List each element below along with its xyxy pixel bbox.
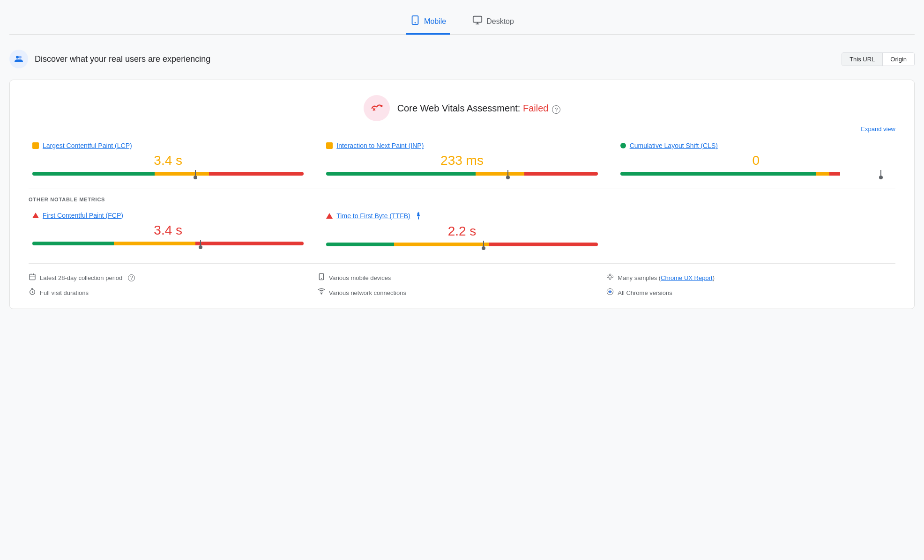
main-card: Core Web Vitals Assessment: Failed ? Exp… [9,80,915,309]
avatar-icon [9,50,28,68]
lcp-indicator [32,142,39,149]
cls-marker [880,170,881,177]
ttfb-bar [326,243,597,246]
svg-point-6 [19,56,22,59]
footer-collection-period: Latest 28-day collection period ? [29,273,318,282]
header-row: Discover what your real users are experi… [9,46,915,72]
svg-point-25 [609,290,611,293]
timer-icon [29,288,36,297]
lcp-label[interactable]: Largest Contentful Paint (LCP) [43,142,132,149]
svg-point-19 [607,276,609,278]
this-url-button[interactable]: This URL [842,53,883,66]
svg-point-22 [609,278,611,280]
fcp-label[interactable]: First Contentful Paint (FCP) [43,212,123,219]
tab-desktop[interactable]: Desktop [469,9,518,35]
expand-link[interactable]: Expand view [861,125,895,133]
footer-grid: Latest 28-day collection period ? Variou… [29,263,895,297]
svg-point-7 [380,105,383,107]
footer-chrome-text: All Chrome versions [618,289,672,296]
tab-mobile[interactable]: Mobile [406,9,450,35]
section-divider [29,189,895,189]
svg-rect-13 [30,274,35,280]
desktop-icon [472,15,483,28]
inp-bar [326,172,597,176]
footer-chrome: All Chrome versions [606,288,895,297]
chrome-icon [606,288,614,297]
fcp-bar [32,242,304,245]
core-metrics-grid: Largest Contentful Paint (LCP) 3.4 s Int… [29,142,895,177]
svg-point-20 [609,274,611,276]
footer-visit-text: Full visit durations [40,289,89,296]
footer-samples-text: Many samples (Chrome UX Report) [618,274,715,281]
assessment-header: Core Web Vitals Assessment: Failed ? [29,95,895,121]
footer-mobile-text: Various mobile devices [329,274,391,281]
metric-fcp: First Contentful Paint (FCP) 3.4 s [29,212,307,248]
svg-point-21 [611,276,613,278]
fcp-marker [200,240,201,247]
assessment-status: Failed [523,103,548,113]
footer-full-visit: Full visit durations [29,288,318,297]
metric-ttfb: Time to First Byte (TTFB) 2.2 s [322,212,601,248]
svg-point-5 [16,56,19,59]
inp-label[interactable]: Interaction to Next Paint (INP) [336,142,424,149]
header-title: Discover what your real users are experi… [35,54,210,64]
assessment-title-prefix: Core Web Vitals Assessment: [397,103,523,113]
cls-value: 0 [620,153,892,168]
inp-indicator [326,142,333,149]
svg-point-24 [321,293,322,294]
mobile-icon [410,15,420,28]
metric-inp: Interaction to Next Paint (INP) 233 ms [322,142,601,177]
cls-label-row: Cumulative Layout Shift (CLS) [620,142,892,149]
metric-lcp: Largest Contentful Paint (LCP) 3.4 s [29,142,307,177]
ttfb-info-icon[interactable] [414,212,423,220]
collection-help-icon[interactable]: ? [128,274,135,281]
svg-rect-2 [473,16,482,22]
footer-samples: Many samples (Chrome UX Report) [606,273,895,282]
lcp-marker [195,170,196,177]
fcp-value: 3.4 s [32,223,304,238]
metric-cls: Cumulative Layout Shift (CLS) 0 [617,142,895,177]
samples-icon [606,273,614,282]
fcp-label-row: First Contentful Paint (FCP) [32,212,304,219]
network-icon [318,288,325,297]
ttfb-marker [483,241,484,248]
inp-value: 233 ms [326,153,597,168]
other-metrics-grid: First Contentful Paint (FCP) 3.4 s Time … [29,212,895,248]
tab-bar: Mobile Desktop [9,9,915,35]
cls-bar [620,172,892,176]
url-toggle: This URL Origin [842,52,915,66]
assessment-help-icon[interactable]: ? [552,105,560,114]
expand-row: Expand view [29,125,895,133]
lcp-bar [32,172,304,176]
inp-marker [507,170,508,177]
other-metrics-label: OTHER NOTABLE METRICS [29,197,895,202]
cls-label[interactable]: Cumulative Layout Shift (CLS) [630,142,718,149]
ttfb-label[interactable]: Time to First Byte (TTFB) [336,212,410,220]
header-left: Discover what your real users are experi… [9,50,210,68]
footer-collection-text: Latest 28-day collection period [40,274,122,281]
inp-label-row: Interaction to Next Paint (INP) [326,142,597,149]
lcp-label-row: Largest Contentful Paint (LCP) [32,142,304,149]
lcp-value: 3.4 s [32,153,304,168]
footer-network-text: Various network connections [329,289,406,296]
calendar-icon [29,273,36,282]
assessment-title: Core Web Vitals Assessment: Failed ? [397,103,561,114]
origin-button[interactable]: Origin [883,53,914,66]
tab-mobile-label: Mobile [424,17,446,26]
ttfb-label-row: Time to First Byte (TTFB) [326,212,597,220]
ttfb-value: 2.2 s [326,224,597,239]
footer-mobile-devices: Various mobile devices [318,273,607,282]
footer-network: Various network connections [318,288,607,297]
cls-indicator [620,143,626,148]
assessment-icon [364,95,390,121]
chrome-ux-report-link[interactable]: Chrome UX Report [661,274,713,281]
tab-desktop-label: Desktop [486,17,514,26]
fcp-indicator [32,213,39,218]
ttfb-indicator [326,213,333,219]
mobile-devices-icon [318,273,325,282]
